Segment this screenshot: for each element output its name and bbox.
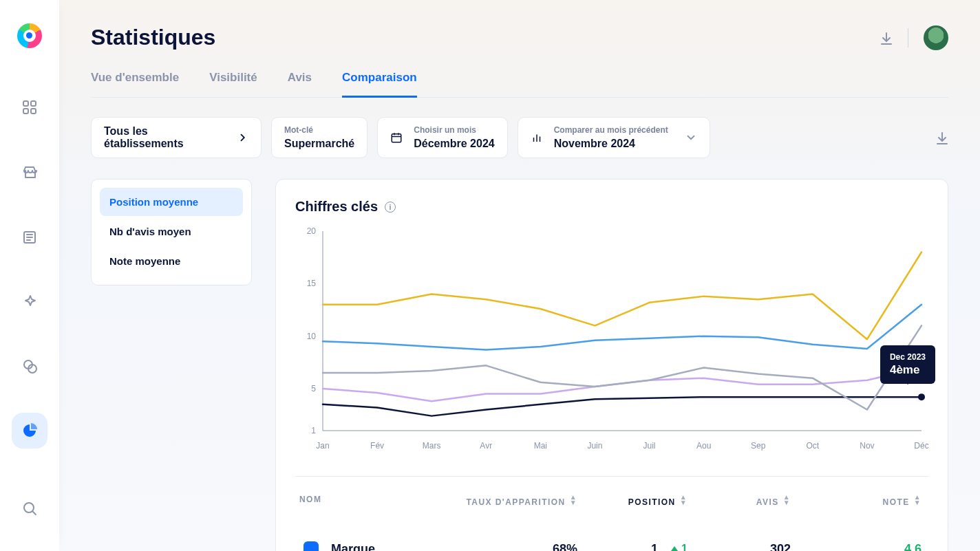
svg-text:Jan: Jan <box>316 441 329 451</box>
tab-overview[interactable]: Vue d'ensemble <box>91 71 179 97</box>
svg-rect-0 <box>23 101 28 106</box>
line-chart: 15101520JanFévMarsAvrMaiJuinJuilAouSepOc… <box>295 224 928 458</box>
pie-chart-icon <box>22 423 37 438</box>
month-label: Choisir un mois <box>414 126 494 134</box>
svg-text:Juin: Juin <box>587 441 602 451</box>
chart-tooltip: Dec 2023 4ème <box>880 345 935 384</box>
svg-text:Mars: Mars <box>423 441 441 451</box>
metric-reviews[interactable]: Nb d'avis moyen <box>100 217 243 246</box>
main-content: Statistiques Vue d'ensemble Visibilité A… <box>59 0 980 551</box>
metric-rating[interactable]: Note moyenne <box>100 247 243 275</box>
th-nom[interactable]: NOM <box>295 495 447 507</box>
brand-color-swatch <box>303 541 319 551</box>
svg-text:Fév: Fév <box>370 441 384 451</box>
metric-position[interactable]: Position moyenne <box>100 188 243 216</box>
th-avis[interactable]: AVIS▲▼ <box>688 495 791 507</box>
filter-compare[interactable]: Comparer au mois précédent Novembre 2024 <box>518 117 710 158</box>
nav-dashboard[interactable] <box>12 89 47 125</box>
newspaper-icon <box>22 229 37 244</box>
download-button[interactable] <box>879 31 893 45</box>
th-position[interactable]: POSITION▲▼ <box>577 495 688 507</box>
th-taux[interactable]: TAUX D'APPARITION▲▼ <box>447 495 577 507</box>
sort-icon: ▲▼ <box>783 495 791 506</box>
svg-line-11 <box>32 511 36 515</box>
tab-visibility[interactable]: Visibilité <box>209 71 257 97</box>
svg-text:1: 1 <box>311 426 316 435</box>
filter-month[interactable]: Choisir un mois Décembre 2024 <box>377 117 507 158</box>
table-row[interactable]: Marque 68% 1 1 302 4,6 <box>295 525 928 551</box>
svg-text:Nov: Nov <box>860 441 874 451</box>
divider <box>908 28 908 47</box>
svg-point-38 <box>918 393 925 400</box>
svg-text:15: 15 <box>307 279 317 288</box>
sort-icon: ▲▼ <box>570 495 577 506</box>
tooltip-value: 4ème <box>890 363 926 377</box>
row-avis: 302 <box>688 542 791 552</box>
calendar-icon <box>390 131 403 144</box>
svg-text:Mai: Mai <box>534 441 547 451</box>
sidebar-rail <box>0 0 59 551</box>
info-icon[interactable]: i <box>385 202 396 213</box>
svg-text:10: 10 <box>307 332 317 341</box>
compare-value: Novembre 2024 <box>554 138 668 149</box>
tabs: Vue d'ensemble Visibilité Avis Comparais… <box>91 71 948 98</box>
row-note: 4,6 <box>791 542 928 552</box>
svg-rect-1 <box>31 101 36 106</box>
nav-stats[interactable] <box>12 413 47 449</box>
month-value: Décembre 2024 <box>414 138 494 149</box>
storefront-icon <box>22 164 37 180</box>
row-name: Marque <box>331 542 375 552</box>
nav-news[interactable] <box>12 219 47 255</box>
sort-icon: ▲▼ <box>914 495 922 506</box>
user-avatar[interactable] <box>924 25 948 50</box>
nav-chat[interactable] <box>12 348 47 384</box>
svg-text:Sep: Sep <box>751 441 766 451</box>
tab-comparison[interactable]: Comparaison <box>342 71 417 98</box>
chevron-down-icon <box>685 131 697 144</box>
svg-text:Oct: Oct <box>806 441 819 451</box>
download-icon <box>879 31 893 45</box>
chat-icon <box>22 358 37 374</box>
metric-side-menu: Position moyenne Nb d'avis moyen Note mo… <box>91 179 252 285</box>
nav-search[interactable] <box>12 490 47 526</box>
row-delta: 1 <box>670 543 688 551</box>
bar-chart-icon <box>531 131 543 144</box>
nav-store[interactable] <box>12 154 47 190</box>
keyword-value: Supermarché <box>284 138 354 149</box>
results-table: NOM TAUX D'APPARITION▲▼ POSITION▲▼ AVIS▲… <box>295 476 928 551</box>
caret-up-icon <box>670 545 679 551</box>
sort-icon: ▲▼ <box>680 495 688 506</box>
chart-title: Chiffres clés <box>295 199 378 215</box>
svg-text:Aou: Aou <box>696 441 711 451</box>
filter-keyword[interactable]: Mot-clé Supermarché <box>271 117 368 158</box>
svg-rect-2 <box>23 109 28 114</box>
sparkle-icon <box>22 294 37 309</box>
download-icon <box>935 131 948 144</box>
svg-rect-3 <box>31 109 36 114</box>
svg-text:Juil: Juil <box>643 441 656 451</box>
svg-rect-12 <box>392 134 402 142</box>
export-button[interactable] <box>935 131 948 144</box>
tooltip-label: Dec 2023 <box>890 352 926 362</box>
establishments-value: Tous les établissements <box>104 125 226 150</box>
svg-text:20: 20 <box>307 226 317 236</box>
keyword-label: Mot-clé <box>284 126 354 134</box>
svg-text:5: 5 <box>311 384 316 393</box>
nav-reviews[interactable] <box>12 283 47 319</box>
svg-text:Déc: Déc <box>914 441 928 451</box>
row-position: 1 <box>651 542 658 552</box>
chart-card: Chiffres clés i 15101520JanFévMarsAvrMai… <box>275 179 948 551</box>
table-header: NOM TAUX D'APPARITION▲▼ POSITION▲▼ AVIS▲… <box>295 477 928 525</box>
filter-establishments[interactable]: Tous les établissements <box>91 117 262 158</box>
app-logo <box>17 23 42 48</box>
chart-area: 15101520JanFévMarsAvrMaiJuinJuilAouSepOc… <box>295 224 928 461</box>
svg-text:Avr: Avr <box>480 441 492 451</box>
tab-reviews[interactable]: Avis <box>288 71 312 97</box>
grid-icon <box>22 100 37 115</box>
page-title: Statistiques <box>91 25 215 50</box>
compare-label: Comparer au mois précédent <box>554 126 668 134</box>
chevron-right-icon <box>237 131 248 144</box>
th-note[interactable]: NOTE▲▼ <box>791 495 928 507</box>
row-taux: 68% <box>447 542 577 552</box>
search-icon <box>22 501 37 516</box>
